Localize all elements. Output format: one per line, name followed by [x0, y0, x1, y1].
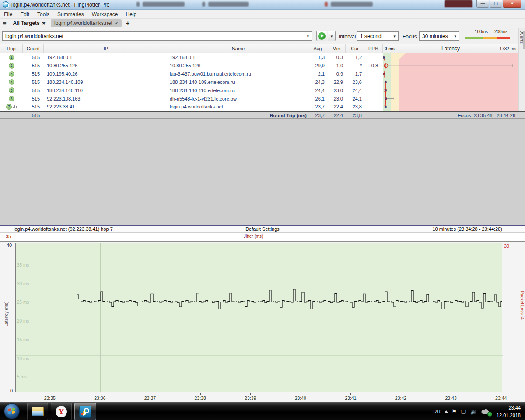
hop-min: 22,4 — [327, 104, 346, 109]
hop-latency-mini-chart — [383, 53, 518, 111]
new-tab-button[interactable]: + — [123, 20, 132, 27]
trace-options-dropdown[interactable]: ▾ — [328, 31, 336, 41]
taskbar-pingplotter-button[interactable] — [74, 403, 96, 420]
background-tab-blob — [143, 2, 185, 7]
hop-row-5[interactable]: 5515188.234.140.110188-234-140-110.ertel… — [0, 86, 383, 94]
column-header-ip[interactable]: IP — [44, 44, 168, 53]
desktop: login.p4.worldoftanks.net - PingPlotter … — [0, 0, 525, 420]
menu-item-tools[interactable]: Tools — [33, 10, 53, 18]
hop-row-6[interactable]: 651592.223.108.163dh-n5548-fe-1-vl231.fe… — [0, 94, 383, 103]
system-tray: RU ⚑ 🖵 🔉 1 23:44 12.01.2018 — [434, 403, 525, 420]
alerts-side-panel[interactable]: Alerts — [518, 28, 525, 119]
cloud-sync-icon[interactable]: 1 — [481, 408, 490, 415]
column-header-hop[interactable]: Hop — [0, 44, 23, 53]
y-axis-min-label: 0 — [10, 388, 13, 393]
hop-cur: 24,4 — [346, 88, 364, 93]
clock[interactable]: 23:44 12.01.2018 — [494, 404, 521, 419]
hop-row-1[interactable]: 1515192.168.0.1192.168.0.11,30,31,2 — [0, 53, 383, 62]
focus-select[interactable]: 30 minutes ▾ — [419, 31, 459, 41]
hop-cur: 23,8 — [346, 104, 364, 109]
packet-loss-axis-title: Packet Loss % — [520, 286, 525, 325]
x-tick-label: 23:35 — [40, 396, 60, 401]
hamburger-icon[interactable]: ≡ — [0, 20, 10, 27]
menu-bar: FileEditToolsSummariesWorkspaceHelp — [0, 10, 525, 19]
hop-number-badge: 6 — [9, 96, 14, 101]
target-combobox[interactable]: login.p4.worldoftanks.net ▾ — [2, 31, 312, 41]
menu-item-summaries[interactable]: Summaries — [53, 10, 88, 18]
hop-name: 188-234-140-110.ertelecom.ru — [168, 88, 308, 93]
hop-name: lag-3-437.bgw01.barnaul.ertelecom.ru — [168, 71, 308, 76]
chevron-down-icon[interactable]: ▾ — [307, 34, 309, 38]
hop-row-4[interactable]: 4515188.234.140.109188-234-140-109.ertel… — [0, 78, 383, 87]
restore-button[interactable]: ▢ — [490, 0, 502, 8]
menu-item-edit[interactable]: Edit — [16, 10, 33, 18]
x-tick-label: 23:41 — [341, 396, 360, 401]
timeline-graph: 40 0 30 Latency (ms) Packet Loss % 35 ms… — [0, 242, 525, 393]
scrollbar-thumb[interactable] — [523, 31, 525, 49]
menu-item-help[interactable]: Help — [122, 10, 141, 18]
menu-item-workspace[interactable]: Workspace — [88, 10, 122, 18]
language-indicator[interactable]: RU — [434, 409, 441, 414]
yandex-browser-icon: Y — [56, 406, 67, 417]
start-button[interactable] — [4, 403, 20, 419]
action-center-flag-icon[interactable]: ⚑ — [452, 408, 457, 415]
start-trace-button[interactable] — [316, 31, 327, 41]
hop-cur: 23,6 — [346, 80, 364, 85]
background-tab-blob — [136, 2, 140, 7]
tab-all-targets-label: All Targets — [13, 20, 40, 26]
hop-count: 515 — [23, 88, 44, 93]
latency-max-label: 1732 ms — [500, 46, 516, 51]
hop-number-badge: 2 — [9, 63, 14, 69]
round-trip-summary-row: 515 Round Trip (ms) 23,7 22,4 23,8 Focus… — [0, 111, 525, 119]
background-tab-blob — [325, 2, 328, 7]
hop-row-2[interactable]: 251510.80.255.12610.80.255.12629,91,0*0,… — [0, 62, 383, 70]
hop-count: 515 — [23, 104, 44, 109]
jitter-strip: 35 Jitter (ms) — [0, 233, 525, 242]
tray-date: 12.01.2018 — [497, 412, 521, 419]
summary-count: 515 — [23, 113, 44, 118]
column-header-pl[interactable]: PL% — [364, 44, 383, 53]
column-header-avg[interactable]: Avg — [308, 44, 327, 53]
column-header-count[interactable]: Count — [23, 44, 44, 53]
close-tab-icon[interactable]: ✖ — [42, 21, 46, 26]
minimize-button[interactable]: — — [476, 0, 489, 8]
latency-column-header: 0 ms Latency 1732 ms — [383, 44, 518, 53]
hop-row-7[interactable]: 751592.223.38.41login.p4.worldoftanks.ne… — [0, 103, 383, 111]
close-button[interactable]: ✕ — [503, 0, 522, 8]
hop-ip: 188.234.140.109 — [44, 80, 168, 85]
y-axis-title: Latency (ms) — [4, 297, 9, 332]
hop-number-badge: 3 — [9, 71, 14, 77]
hop-name: 10.80.255.126 — [168, 63, 308, 68]
column-header-cur[interactable]: Cur — [346, 44, 364, 53]
tab-target[interactable]: login.p4.worldoftanks.net ✔ — [51, 19, 122, 27]
hop-row-3[interactable]: 3515109.195.40.26lag-3-437.bgw01.barnaul… — [0, 70, 383, 78]
background-tab-blob — [444, 0, 472, 7]
latency-trace — [15, 243, 502, 392]
hop-count: 515 — [23, 63, 44, 68]
volume-icon[interactable]: 🔉 — [470, 408, 477, 415]
hop-cur: 24,1 — [346, 96, 364, 101]
menu-item-file[interactable]: File — [0, 10, 16, 18]
taskbar-explorer-button[interactable] — [27, 403, 48, 420]
show-hidden-icons-button[interactable] — [444, 410, 448, 413]
hop-name: dh-n5548-fe-1-vl231.fe.core.pw — [168, 96, 308, 101]
pingplotter-taskbar-icon — [79, 406, 91, 418]
background-tab-blob — [208, 2, 248, 7]
tray-time: 23:44 — [497, 404, 521, 412]
tab-all-targets[interactable]: All Targets ✖ — [10, 19, 49, 27]
background-tab-blob — [331, 2, 373, 7]
x-tick — [451, 393, 452, 395]
hop-ip: 10.80.255.126 — [44, 63, 168, 68]
hop-cur: 1,7 — [346, 71, 364, 76]
table-header: HopCountIPNameAvgMinCurPL% — [0, 44, 383, 53]
latency-color-legend — [465, 37, 510, 39]
column-header-name[interactable]: Name — [168, 44, 308, 53]
column-header-min[interactable]: Min — [327, 44, 346, 53]
taskbar-yandex-button[interactable]: Y — [51, 403, 72, 420]
interval-select[interactable]: 1 second ▾ — [357, 31, 399, 41]
network-icon[interactable]: 🖵 — [461, 408, 466, 415]
x-tick — [350, 393, 351, 395]
hop-avg: 26,1 — [308, 96, 327, 101]
x-tick — [401, 393, 401, 395]
x-tick-label: 23:38 — [191, 396, 210, 401]
